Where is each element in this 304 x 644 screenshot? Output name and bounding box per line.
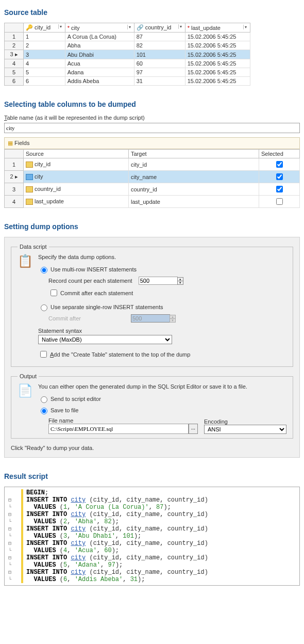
tablename-input[interactable]	[4, 123, 300, 133]
cell-source[interactable]: last_update	[24, 196, 129, 208]
row-number: 3 ▸	[5, 50, 24, 59]
cell-city[interactable]: Addis Abeba	[65, 77, 134, 86]
options-desc: Specify the data dump options.	[38, 254, 286, 260]
cell-country_id[interactable]: 82	[134, 41, 185, 50]
cell-last_update[interactable]: 15.02.2006 5:45:25	[185, 33, 250, 41]
cell-city_id[interactable]: 2	[24, 41, 65, 50]
section-selecting-heading: Selecting table columns to be dumped	[4, 100, 300, 108]
spinner-down-icon[interactable]: ▼	[178, 281, 183, 284]
table-row[interactable]: 1city_idcity_id	[5, 158, 300, 171]
script-line: └ VALUES (4, 'Acua', 60);	[5, 547, 299, 554]
cell-last_update[interactable]: 15.02.2006 5:45:25	[185, 59, 250, 68]
ready-hint: Click "Ready" to dump your data.	[11, 445, 293, 451]
cell-country_id[interactable]: 87	[134, 33, 185, 41]
selected-checkbox[interactable]	[276, 186, 283, 192]
cell-target[interactable]: last_update	[129, 196, 259, 208]
table-row[interactable]: 4last_updatelast_update	[5, 196, 300, 208]
cell-source[interactable]: country_id	[24, 183, 129, 196]
commit-each-checkbox[interactable]	[50, 289, 57, 296]
cell-country_id[interactable]: 97	[134, 68, 185, 77]
col-city_id[interactable]: 🔑 city_id▾	[24, 23, 65, 33]
fields-table[interactable]: Source Target Selected 1city_idcity_id2 …	[4, 149, 300, 208]
table-row[interactable]: 55Adana9715.02.2006 5:45:25	[5, 68, 250, 77]
selected-checkbox[interactable]	[276, 161, 283, 168]
cell-city[interactable]: Abha	[65, 41, 134, 50]
selected-checkbox[interactable]	[276, 198, 283, 205]
cell-target[interactable]: country_id	[129, 183, 259, 196]
stmt-syntax-label: Statement syntax	[38, 328, 286, 334]
cell-last_update[interactable]: 15.02.2006 5:45:25	[185, 50, 250, 59]
table-row[interactable]: 22Abha8215.02.2006 5:45:25	[5, 41, 250, 50]
dropdown-icon[interactable]: ▾	[58, 24, 63, 29]
add-create-checkbox[interactable]	[40, 351, 47, 358]
cell-city[interactable]: Acua	[65, 59, 134, 68]
cell-selected[interactable]	[259, 158, 300, 171]
encoding-select[interactable]: ANSI	[204, 425, 286, 434]
cell-city_id[interactable]: 3	[24, 50, 65, 59]
script-line: └ VALUES (5, 'Adana', 97);	[5, 561, 299, 569]
options-panel: Data script 📋 Specify the data dump opti…	[4, 237, 300, 458]
save-file-label: Save to file	[50, 407, 78, 413]
radio-save-file[interactable]	[41, 408, 47, 414]
cell-city[interactable]: A Corua (La Corua)	[65, 33, 134, 41]
table-row[interactable]: 66Addis Abeba3115.02.2006 5:45:25	[5, 77, 250, 86]
cell-city_id[interactable]: 1	[24, 33, 65, 41]
table-row[interactable]: 2 ▸citycity_name	[5, 171, 300, 183]
row-number: 4	[5, 59, 24, 68]
cell-selected[interactable]	[259, 183, 300, 196]
cell-city[interactable]: Abu Dhabi	[65, 50, 134, 59]
record-count-input[interactable]	[139, 277, 178, 285]
key-icon: 🔑	[26, 24, 33, 30]
cell-last_update[interactable]: 15.02.2006 5:45:25	[185, 77, 250, 86]
table-row[interactable]: 3country_idcountry_id	[5, 183, 300, 196]
cell-target[interactable]: city_id	[129, 158, 259, 171]
encoding-label: Encoding	[204, 418, 286, 425]
row-number: 2	[5, 41, 24, 50]
cell-country_id[interactable]: 101	[134, 50, 185, 59]
cell-city[interactable]: Adana	[65, 68, 134, 77]
col-source[interactable]: Source	[24, 150, 129, 158]
output-desc: You can either open the generated dump i…	[38, 383, 286, 390]
row-number: 2 ▸	[5, 171, 24, 183]
cell-country_id[interactable]: 31	[134, 77, 185, 86]
table-icon	[26, 174, 33, 180]
cell-source[interactable]: city_id	[24, 158, 129, 171]
stmt-syntax-select[interactable]: Native (MaxDB)	[38, 335, 172, 344]
script-line: ⊟INSERT INTO city (city_id, city_name, c…	[5, 540, 299, 547]
cell-last_update[interactable]: 15.02.2006 5:45:25	[185, 68, 250, 77]
table-row[interactable]: 11A Corua (La Corua)8715.02.2006 5:45:25	[5, 33, 250, 41]
col-city[interactable]: * city▾	[65, 23, 134, 33]
cell-selected[interactable]	[259, 196, 300, 208]
dropdown-icon[interactable]: ▾	[178, 24, 183, 29]
col-last_update[interactable]: * last_update▾	[185, 23, 250, 33]
data-script-legend: Data script	[18, 244, 49, 250]
filename-input[interactable]	[48, 424, 189, 434]
column-icon	[26, 162, 33, 168]
browse-button[interactable]: ···	[189, 424, 198, 434]
col-country_id[interactable]: 🔗 country_id▾	[134, 23, 185, 33]
cell-target[interactable]: city_name	[129, 171, 259, 183]
commit-each-label: Commit after each statement	[60, 290, 133, 296]
cell-city_id[interactable]: 4	[24, 59, 65, 68]
radio-multi-row[interactable]	[41, 267, 47, 273]
source-table[interactable]: 🔑 city_id▾ * city▾ 🔗 country_id▾ * last_…	[4, 23, 250, 86]
radio-send-editor[interactable]	[41, 396, 47, 403]
cell-last_update[interactable]: 15.02.2006 5:45:25	[185, 41, 250, 50]
table-row[interactable]: 3 ▸3Abu Dhabi10115.02.2006 5:45:25	[5, 50, 250, 59]
selected-checkbox[interactable]	[276, 173, 283, 180]
script-line: ⊟INSERT INTO city (city_id, city_name, c…	[5, 525, 299, 533]
result-script[interactable]: BEGIN;⊟INSERT INTO city (city_id, city_n…	[4, 487, 300, 586]
dropdown-icon[interactable]: ▾	[127, 25, 132, 29]
cell-selected[interactable]	[259, 171, 300, 183]
col-selected[interactable]: Selected	[259, 150, 300, 158]
col-target[interactable]: Target	[129, 150, 259, 158]
dropdown-icon[interactable]: ▾	[243, 25, 248, 29]
required-icon: *	[67, 25, 70, 31]
commit-after-input	[131, 314, 170, 323]
cell-city_id[interactable]: 5	[24, 68, 65, 77]
cell-city_id[interactable]: 6	[24, 77, 65, 86]
cell-country_id[interactable]: 60	[134, 59, 185, 68]
radio-single-row[interactable]	[41, 304, 47, 311]
cell-source[interactable]: city	[24, 171, 129, 183]
table-row[interactable]: 44Acua6015.02.2006 5:45:25	[5, 59, 250, 68]
